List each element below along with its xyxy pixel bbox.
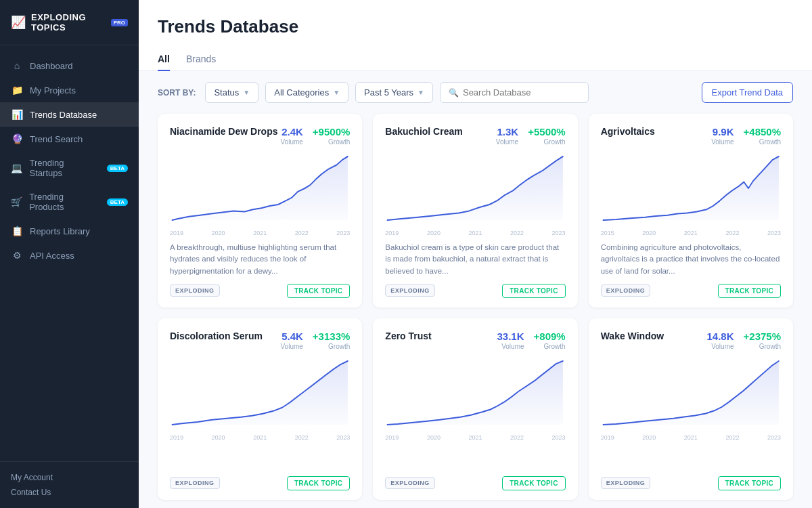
card-footer-wake-window: EXPLODING TRACK TOPIC <box>601 476 781 490</box>
sidebar-item-trend-search[interactable]: 🔮 Trend Search <box>0 127 139 151</box>
card-desc-${card.id} <box>601 446 781 469</box>
nav-icon-dashboard: ⌂ <box>11 60 23 71</box>
volume-block-niacinamide-dew-drops: 2.4K Volume <box>281 126 303 146</box>
status-badge-zero-trust: EXPLODING <box>385 477 435 489</box>
volume-value-bakuchiol-cream: 1.3K <box>496 126 518 138</box>
card-stats-zero-trust: 33.1K Volume +809% Growth <box>497 331 566 350</box>
card-chart-agrivoltaics <box>601 151 781 226</box>
chart-axis-bakuchiol-cream: 20192020202120222023 <box>385 230 565 236</box>
card-zero-trust: Zero Trust 33.1K Volume +809% Growth <box>373 318 577 500</box>
axis-label: 2020 <box>642 230 656 236</box>
nav-icon-my-projects: 📁 <box>11 85 23 96</box>
card-title-zero-trust: Zero Trust <box>385 331 431 341</box>
sidebar-item-trending-products[interactable]: 🛒 Trending Products BETA <box>0 185 139 219</box>
search-box[interactable]: 🔍 <box>440 82 589 103</box>
card-title-wake-window: Wake Window <box>601 331 664 341</box>
tabs: AllBrands <box>158 48 793 70</box>
axis-label: 2021 <box>253 230 267 236</box>
card-desc-agrivoltaics: Combining agriculture and photovoltaics,… <box>601 242 781 277</box>
growth-label-niacinamide-dew-drops: Growth <box>313 138 350 146</box>
card-agrivoltaics: Agrivoltaics 9.9K Volume +4850% Growth <box>589 114 793 308</box>
axis-label: 2023 <box>336 230 350 236</box>
page-title: Trends Database <box>158 16 793 37</box>
axis-label: 2022 <box>725 230 739 236</box>
volume-label-zero-trust: Volume <box>497 343 524 350</box>
chart-axis-wake-window: 20192020202120222023 <box>601 434 781 441</box>
volume-block-agrivoltaics: 9.9K Volume <box>711 126 734 146</box>
card-chart-discoloration-serum <box>170 356 350 430</box>
axis-label: 2020 <box>427 434 441 441</box>
sidebar-item-my-projects[interactable]: 📁 My Projects <box>0 78 139 102</box>
growth-value-niacinamide-dew-drops: +9500% <box>313 126 350 138</box>
footer-link-my-account[interactable]: My Account <box>11 470 128 485</box>
volume-block-bakuchiol-cream: 1.3K Volume <box>496 126 518 146</box>
card-header-niacinamide-dew-drops: Niacinamide Dew Drops 2.4K Volume +9500%… <box>170 126 350 146</box>
sidebar-item-trends-database[interactable]: 📊 Trends Database <box>0 102 139 127</box>
track-button-zero-trust[interactable]: TRACK TOPIC <box>502 476 565 490</box>
chart-svg-discoloration-serum <box>170 356 350 430</box>
track-button-agrivoltaics[interactable]: TRACK TOPIC <box>718 284 781 298</box>
sort-label: SORT BY: <box>158 88 196 98</box>
chart-svg-agrivoltaics <box>601 151 781 226</box>
tab-brands[interactable]: Brands <box>186 48 216 71</box>
card-niacinamide-dew-drops: Niacinamide Dew Drops 2.4K Volume +9500%… <box>158 114 362 308</box>
nav-icon-api-access: ⚙ <box>11 250 23 261</box>
nav-label-trending-products: Trending Products <box>29 192 97 212</box>
card-wake-window: Wake Window 14.8K Volume +2375% Growth <box>589 318 793 500</box>
axis-label: 2022 <box>510 434 524 441</box>
growth-value-agrivoltaics: +4850% <box>744 126 781 138</box>
sidebar-item-dashboard[interactable]: ⌂ Dashboard <box>0 54 139 78</box>
tab-all[interactable]: All <box>158 48 170 71</box>
chevron-icon-category: ▼ <box>333 89 340 96</box>
growth-block-agrivoltaics: +4850% Growth <box>744 126 781 146</box>
track-button-niacinamide-dew-drops[interactable]: TRACK TOPIC <box>287 284 350 298</box>
sidebar-item-api-access[interactable]: ⚙ API Access <box>0 243 139 268</box>
filter-status[interactable]: Status▼ <box>205 82 258 103</box>
sidebar-item-trending-startups[interactable]: 💻 Trending Startups BETA <box>0 151 139 185</box>
card-title-agrivoltaics: Agrivoltaics <box>601 126 655 137</box>
axis-label: 2022 <box>295 230 309 236</box>
growth-label-zero-trust: Growth <box>534 343 566 350</box>
toolbar: SORT BY:Status▼All Categories▼Past 5 Yea… <box>139 71 812 114</box>
axis-label: 2020 <box>642 434 656 441</box>
sidebar-item-reports-library[interactable]: 📋 Reports Library <box>0 219 139 243</box>
growth-block-zero-trust: +809% Growth <box>534 331 566 350</box>
axis-label: 2019 <box>385 434 399 441</box>
filter-time[interactable]: Past 5 Years▼ <box>355 82 433 103</box>
card-footer-niacinamide-dew-drops: EXPLODING TRACK TOPIC <box>170 284 350 298</box>
volume-value-discoloration-serum: 5.4K <box>281 331 303 343</box>
card-title-niacinamide-dew-drops: Niacinamide Dew Drops <box>170 126 278 137</box>
card-chart-niacinamide-dew-drops <box>170 151 350 226</box>
track-button-wake-window[interactable]: TRACK TOPIC <box>718 476 781 490</box>
axis-label: 2023 <box>552 230 566 236</box>
export-button[interactable]: Export Trend Data <box>702 82 794 103</box>
footer-link-contact-us[interactable]: Contact Us <box>11 485 128 500</box>
growth-block-wake-window: +2375% Growth <box>744 331 781 350</box>
card-header-bakuchiol-cream: Bakuchiol Cream 1.3K Volume +5500% Growt… <box>385 126 565 146</box>
chart-svg-wake-window <box>601 356 781 430</box>
track-button-discoloration-serum[interactable]: TRACK TOPIC <box>287 476 350 490</box>
volume-block-wake-window: 14.8K Volume <box>707 331 734 350</box>
card-footer-agrivoltaics: EXPLODING TRACK TOPIC <box>601 284 781 298</box>
card-stats-discoloration-serum: 5.4K Volume +3133% Growth <box>281 331 351 350</box>
status-badge-niacinamide-dew-drops: EXPLODING <box>170 284 220 297</box>
card-chart-wake-window <box>601 356 781 430</box>
search-input[interactable] <box>463 87 580 98</box>
chart-axis-discoloration-serum: 20192020202120222023 <box>170 434 350 441</box>
card-stats-bakuchiol-cream: 1.3K Volume +5500% Growth <box>496 126 566 146</box>
track-button-bakuchiol-cream[interactable]: TRACK TOPIC <box>502 284 565 298</box>
card-desc-${card.id} <box>385 446 565 469</box>
growth-label-agrivoltaics: Growth <box>744 138 781 146</box>
nav-icon-trend-search: 🔮 <box>11 133 23 144</box>
status-badge-wake-window: EXPLODING <box>601 477 651 489</box>
axis-label: 2021 <box>684 230 698 236</box>
filter-label-category: All Categories <box>274 87 329 98</box>
filter-category[interactable]: All Categories▼ <box>265 82 348 103</box>
axis-label: 2019 <box>385 230 399 236</box>
card-discoloration-serum: Discoloration Serum 5.4K Volume +3133% G… <box>158 318 362 500</box>
volume-label-niacinamide-dew-drops: Volume <box>281 138 303 146</box>
volume-value-zero-trust: 33.1K <box>497 331 524 343</box>
status-badge-agrivoltaics: EXPLODING <box>601 284 651 297</box>
axis-label: 2022 <box>295 434 309 441</box>
volume-label-bakuchiol-cream: Volume <box>496 138 518 146</box>
